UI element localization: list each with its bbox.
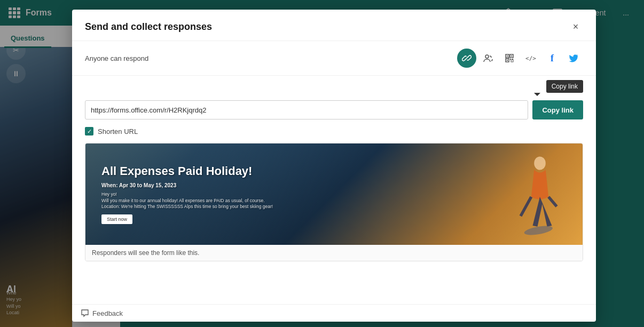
copy-link-button[interactable]: Copy link [532, 100, 583, 119]
preview-when: When: Apr 30 to May 15, 2023 [101, 182, 567, 188]
share-icons: </> f [457, 49, 583, 68]
main-content: Questions ✂ ⏸ Al Whe Hey yo Will yo Loca… [0, 26, 644, 327]
modal-dialog: Send and collect responses × Anyone can … [72, 10, 596, 322]
tooltip-container: Copy link [85, 80, 583, 93]
share-link-button[interactable] [457, 49, 476, 68]
modal-body: Copy link Copy link ✓ Shorten URL [72, 76, 596, 304]
svg-point-6 [485, 55, 489, 58]
share-twitter-button[interactable] [564, 49, 583, 68]
tooltip-popup: Copy link [546, 80, 583, 93]
modal-close-button[interactable]: × [568, 19, 583, 34]
modal-footer: Feedback [72, 304, 596, 322]
svg-rect-12 [507, 60, 508, 61]
preview-caption: Responders will see the form like this. [85, 245, 583, 261]
modal-title: Send and collect responses [85, 21, 212, 33]
preview-image: All Expenses Paid Holiday! When: Apr 30 … [85, 143, 583, 245]
share-section: Anyone can respond </> f [72, 41, 596, 76]
feedback-label: Feedback [92, 309, 123, 317]
feedback-icon [81, 309, 89, 317]
share-qr-button[interactable] [500, 49, 519, 68]
preview-title: All Expenses Paid Holiday! [101, 164, 567, 178]
start-now-button[interactable]: Start now [101, 214, 132, 224]
shorten-url-row: ✓ Shorten URL [85, 127, 583, 135]
tooltip-arrow [534, 93, 540, 96]
share-people-button[interactable] [478, 49, 498, 68]
svg-rect-15 [511, 60, 513, 62]
share-embed-button[interactable]: </> [521, 49, 540, 68]
url-input[interactable] [85, 100, 528, 119]
form-preview: All Expenses Paid Holiday! When: Apr 30 … [85, 143, 583, 261]
feedback-button[interactable]: Feedback [81, 309, 123, 317]
shorten-url-checkbox[interactable]: ✓ [85, 127, 93, 135]
share-label: Anyone can respond [85, 54, 148, 62]
svg-rect-10 [511, 55, 512, 57]
shorten-url-label: Shorten URL [98, 127, 138, 135]
url-row: Copy link [85, 100, 583, 119]
preview-content: All Expenses Paid Holiday! When: Apr 30 … [85, 143, 583, 245]
modal-header: Send and collect responses × [72, 10, 596, 41]
svg-line-5 [465, 57, 468, 60]
svg-rect-8 [507, 55, 508, 57]
share-facebook-button[interactable]: f [543, 49, 562, 68]
preview-body: Hey yo! Will you make it to our annual h… [101, 192, 567, 211]
